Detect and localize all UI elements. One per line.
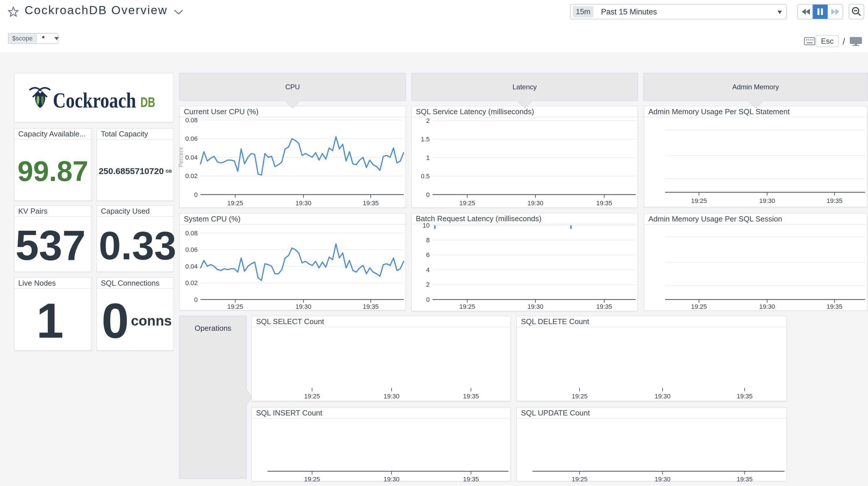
svg-text:/: /: [843, 37, 845, 46]
